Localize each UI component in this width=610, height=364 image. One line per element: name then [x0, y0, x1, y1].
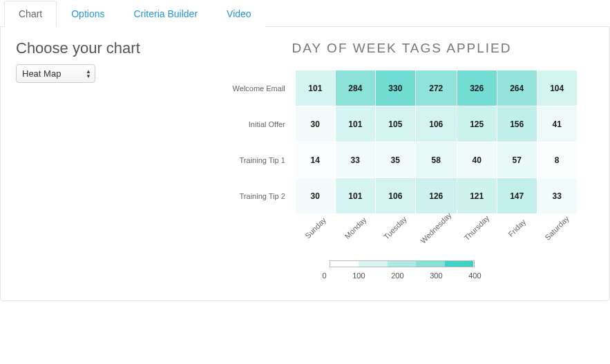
heatmap-row: Initial Offer3010110510612515641	[226, 106, 577, 142]
heatmap-legend: 0100200300400	[209, 260, 594, 280]
x-axis-row: SundayMondayTuesdayWednesdayThursdayFrid…	[226, 214, 577, 235]
tab-video[interactable]: Video	[212, 1, 266, 27]
heatmap-cell: 35	[375, 142, 415, 178]
x-axis-label: Friday	[506, 218, 527, 238]
x-axis-label: Monday	[343, 215, 368, 240]
x-axis-label-cell: Wednesday	[415, 214, 457, 235]
heatmap-cell: 58	[415, 142, 457, 178]
x-axis-label-cell: Friday	[497, 214, 537, 235]
x-axis-label: Tuesday	[382, 215, 408, 241]
x-axis-label-cell: Thursday	[457, 214, 497, 235]
chart-type-select-wrap: Heat Map ▲▼	[16, 64, 95, 83]
heatmap-row: Training Tip 11433355840578	[226, 142, 577, 178]
heatmap-cell: 264	[497, 70, 537, 106]
heatmap-cell: 30	[295, 106, 335, 142]
heatmap-cell: 30	[295, 178, 335, 214]
chooser-title: Choose your chart	[16, 39, 209, 57]
legend-tick: 200	[391, 271, 403, 280]
legend-segment	[359, 261, 388, 267]
heatmap-cell: 106	[415, 106, 457, 142]
heatmap-cell: 8	[537, 142, 577, 178]
x-axis-label: Saturday	[543, 214, 571, 242]
tab-chart[interactable]: Chart	[4, 1, 57, 27]
x-axis-label-cell: Sunday	[295, 214, 335, 235]
row-label: Welcome Email	[226, 70, 295, 106]
chart-title: DAY OF WEEK TAGS APPLIED	[209, 41, 594, 56]
x-axis-label: Thursday	[463, 214, 491, 242]
x-axis-label-cell: Monday	[335, 214, 375, 235]
legend-segment	[445, 261, 474, 267]
row-label: Training Tip 2	[226, 178, 295, 214]
heatmap-cell: 156	[497, 106, 537, 142]
heatmap-table: Welcome Email101284330272326264104Initia…	[226, 70, 577, 234]
row-label: Initial Offer	[226, 106, 295, 142]
legend-color-bar	[330, 260, 475, 267]
heatmap-cell: 57	[497, 142, 537, 178]
heatmap-cell: 147	[497, 178, 537, 214]
heatmap-row: Welcome Email101284330272326264104	[226, 70, 577, 106]
legend-segment	[388, 261, 417, 267]
tabs-bar: Chart Options Criteria Builder Video	[0, 0, 610, 27]
heatmap-cell: 14	[295, 142, 335, 178]
legend-segment	[330, 261, 359, 267]
legend-ticks: 0100200300400	[323, 271, 482, 280]
heatmap-cell: 41	[537, 106, 577, 142]
heatmap-row: Training Tip 23010110612612114733	[226, 178, 577, 214]
x-axis-label: Wednesday	[419, 211, 453, 245]
heatmap-cell: 121	[457, 178, 497, 214]
heatmap-cell: 33	[335, 142, 375, 178]
x-axis-label-cell: Tuesday	[375, 214, 415, 235]
legend-segment	[416, 261, 445, 267]
tab-options[interactable]: Options	[57, 1, 119, 27]
heatmap-cell: 284	[335, 70, 375, 106]
chart-type-select[interactable]: Heat Map	[16, 64, 95, 83]
heatmap-cell: 106	[375, 178, 415, 214]
heatmap-cell: 40	[457, 142, 497, 178]
x-axis-label: Sunday	[303, 216, 327, 240]
chart-chooser: Choose your chart Heat Map ▲▼	[16, 39, 209, 280]
heatmap-cell: 272	[415, 70, 457, 106]
x-axis-spacer	[226, 214, 295, 235]
heatmap-cell: 105	[375, 106, 415, 142]
legend-tick: 0	[323, 271, 327, 280]
heatmap-cell: 101	[335, 106, 375, 142]
x-axis-label-cell: Saturday	[537, 214, 577, 235]
heatmap-cell: 326	[457, 70, 497, 106]
heatmap-cell: 101	[295, 70, 335, 106]
heatmap-cell: 101	[335, 178, 375, 214]
chart-panel: Choose your chart Heat Map ▲▼ DAY OF WEE…	[0, 27, 610, 301]
row-label: Training Tip 1	[226, 142, 295, 178]
legend-tick: 100	[352, 271, 365, 280]
heatmap-cell: 33	[537, 178, 577, 214]
heatmap-cell: 126	[415, 178, 457, 214]
tab-criteria-builder[interactable]: Criteria Builder	[119, 1, 212, 27]
chart-area: DAY OF WEEK TAGS APPLIED Welcome Email10…	[209, 39, 594, 280]
heatmap-cell: 104	[537, 70, 577, 106]
heatmap-cell: 330	[375, 70, 415, 106]
heatmap-cell: 125	[457, 106, 497, 142]
legend-tick: 400	[468, 271, 481, 280]
legend-tick: 300	[430, 271, 442, 280]
